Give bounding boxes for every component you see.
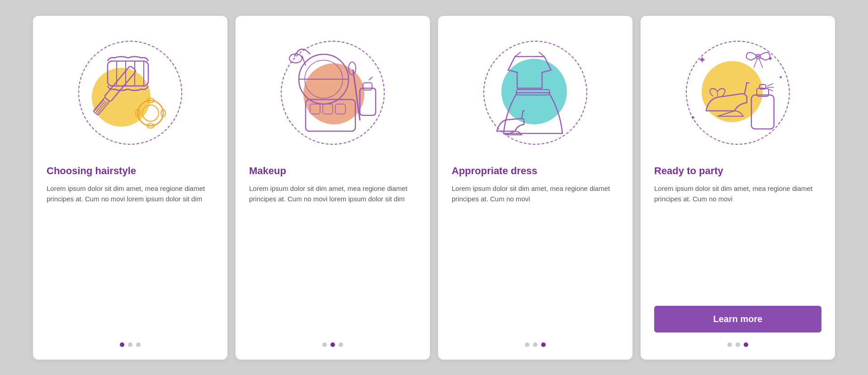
svg-rect-0 — [108, 61, 148, 86]
card-title-party: Ready to party — [654, 165, 821, 177]
makeup-svg — [269, 29, 396, 156]
svg-line-35 — [745, 83, 747, 94]
svg-point-6 — [142, 105, 159, 121]
svg-text:✦: ✦ — [778, 74, 783, 81]
dot-2-active — [330, 342, 335, 347]
svg-rect-21 — [323, 104, 333, 114]
card-dots-makeup — [322, 342, 343, 347]
svg-point-24 — [349, 62, 356, 75]
svg-line-31 — [539, 52, 544, 57]
illustration-party: ✦ ✦ ✦ ✦ — [675, 29, 801, 156]
illustration-dress — [472, 29, 599, 156]
svg-line-42 — [767, 84, 773, 86]
card-hairstyle: Choosing hairstyle Lorem ipsum dolor sit… — [33, 16, 227, 360]
svg-line-27 — [369, 77, 373, 80]
card-text-party: Lorem ipsum dolor sit dim amet, mea regi… — [654, 183, 821, 298]
dot-2 — [736, 342, 740, 347]
svg-rect-25 — [360, 88, 376, 115]
svg-line-47 — [759, 59, 763, 68]
cards-container: Choosing hairstyle Lorem ipsum dolor sit… — [19, 2, 849, 373]
hairstyle-svg — [67, 29, 193, 156]
dot-1 — [525, 342, 529, 347]
card-dress: Appropriate dress Lorem ipsum dolor sit … — [438, 16, 632, 360]
dot-2 — [128, 342, 132, 347]
svg-line-33 — [522, 111, 523, 119]
card-title-dress: Appropriate dress — [452, 165, 619, 177]
svg-point-5 — [138, 100, 163, 126]
dot-3-active — [744, 342, 748, 347]
card-dots-party — [727, 342, 748, 347]
svg-rect-38 — [751, 95, 774, 129]
dress-svg — [472, 29, 599, 156]
card-title-hairstyle: Choosing hairstyle — [47, 165, 214, 177]
svg-rect-26 — [363, 83, 372, 90]
party-svg: ✦ ✦ ✦ ✦ — [675, 29, 801, 156]
learn-more-button[interactable]: Learn more — [654, 306, 821, 332]
dot-3 — [339, 342, 343, 347]
dot-3-active — [541, 342, 546, 347]
card-text-dress: Lorem ipsum dolor sit dim amet, mea regi… — [452, 183, 619, 332]
card-text-makeup: Lorem ipsum dolor sit dim amet, mea regi… — [249, 183, 416, 332]
illustration-hairstyle — [67, 29, 193, 156]
svg-line-44 — [767, 89, 773, 91]
card-party: ✦ ✦ ✦ ✦ Ready to party Lorem ipsum dolor… — [641, 16, 835, 360]
svg-line-30 — [515, 52, 521, 57]
dot-3 — [136, 342, 141, 347]
card-title-makeup: Makeup — [249, 165, 416, 177]
svg-line-23 — [353, 70, 360, 120]
dot-2 — [533, 342, 538, 347]
svg-line-46 — [754, 59, 757, 68]
dot-1 — [727, 342, 732, 347]
card-text-hairstyle: Lorem ipsum dolor sit dim amet, mea regi… — [47, 183, 214, 332]
svg-text:✦: ✦ — [690, 114, 696, 121]
svg-line-15 — [97, 102, 107, 113]
card-dots-hairstyle — [120, 342, 141, 347]
svg-rect-20 — [310, 104, 320, 114]
svg-rect-22 — [335, 104, 345, 114]
svg-text:✦: ✦ — [698, 54, 706, 66]
dot-1 — [322, 342, 327, 347]
illustration-makeup — [269, 29, 396, 156]
card-makeup: Makeup Lorem ipsum dolor sit dim amet, m… — [236, 16, 430, 360]
dot-1-active — [120, 342, 124, 347]
card-dots-dress — [525, 342, 546, 347]
svg-text:✦: ✦ — [767, 55, 773, 62]
